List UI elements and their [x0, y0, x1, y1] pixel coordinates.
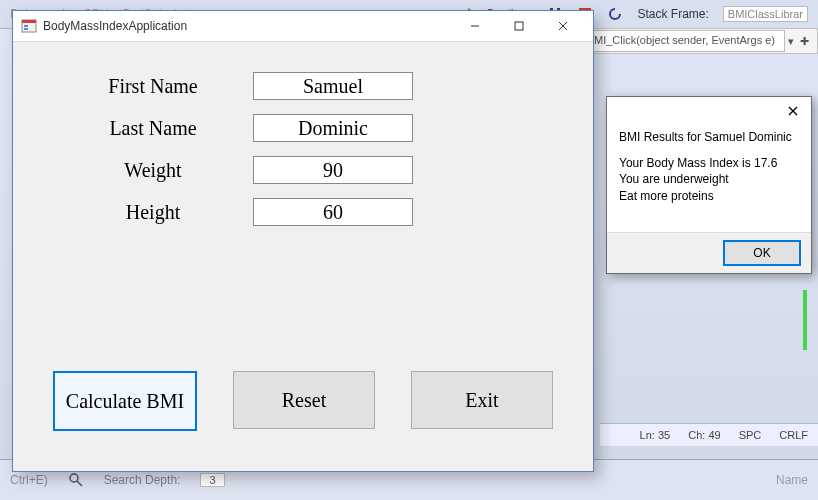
exit-label: Exit — [465, 389, 498, 412]
form-body: First Name Last Name Weight Height Calcu… — [13, 42, 593, 471]
row-height: Height — [53, 198, 553, 226]
titlebar[interactable]: BodyMassIndexApplication — [13, 11, 593, 42]
input-first-name[interactable] — [253, 72, 413, 100]
split-icon[interactable]: ✚ — [797, 35, 811, 48]
input-last-name[interactable] — [253, 114, 413, 142]
reset-label: Reset — [282, 389, 326, 412]
stack-frame-label: Stack Frame: — [637, 7, 708, 21]
status-ch: Ch: 49 — [688, 429, 720, 441]
row-weight: Weight — [53, 156, 553, 184]
editor-change-marker — [803, 290, 807, 350]
input-height[interactable] — [253, 198, 413, 226]
minimize-icon — [470, 21, 480, 31]
exit-button[interactable]: Exit — [411, 371, 553, 429]
messagebox-body: BMI Results for Samuel Dominic Your Body… — [607, 125, 811, 232]
stack-frame-combo[interactable]: BMIClassLibrar — [723, 6, 808, 22]
app-icon — [21, 18, 37, 34]
reset-button[interactable]: Reset — [233, 371, 375, 429]
messagebox-line4: Eat more proteins — [619, 188, 799, 204]
label-last-name: Last Name — [53, 117, 253, 140]
close-icon — [558, 21, 568, 31]
search-icon[interactable] — [68, 472, 84, 488]
messagebox-footer: OK — [607, 232, 811, 273]
messagebox-titlebar[interactable] — [607, 97, 811, 125]
calculate-bmi-label: Calculate BMI — [66, 390, 184, 412]
label-weight: Weight — [53, 159, 253, 182]
messagebox-close-button[interactable] — [781, 101, 805, 121]
maximize-icon — [514, 21, 524, 31]
messagebox-ok-button[interactable]: OK — [723, 240, 801, 266]
column-name: Name — [776, 473, 808, 487]
input-weight[interactable] — [253, 156, 413, 184]
label-first-name: First Name — [53, 75, 253, 98]
svg-rect-8 — [24, 25, 28, 27]
editor-nav-bar: MI_Click(object sender, EventArgs e) ▾ ✚ — [580, 28, 818, 54]
close-icon — [788, 106, 798, 116]
shortcut-hint: Ctrl+E) — [10, 473, 48, 487]
status-spc: SPC — [739, 429, 762, 441]
svg-point-4 — [70, 474, 78, 482]
messagebox: BMI Results for Samuel Dominic Your Body… — [606, 96, 812, 274]
calculate-bmi-button[interactable]: Calculate BMI — [53, 371, 197, 431]
search-depth-value[interactable]: 3 — [200, 473, 224, 487]
messagebox-ok-label: OK — [753, 246, 770, 260]
editor-member-combo[interactable]: MI_Click(object sender, EventArgs e) — [587, 30, 785, 52]
restart-icon[interactable] — [607, 6, 623, 22]
window-title: BodyMassIndexApplication — [43, 19, 187, 33]
close-button[interactable] — [541, 12, 585, 40]
svg-rect-9 — [24, 28, 28, 30]
messagebox-line2: Your Body Mass Index is 17.6 — [619, 155, 799, 171]
row-last-name: Last Name — [53, 114, 553, 142]
messagebox-line3: You are underweight — [619, 171, 799, 187]
chevron-down-icon[interactable]: ▾ — [785, 35, 797, 48]
svg-rect-7 — [22, 20, 36, 23]
ide-statusbar: Ln: 35 Ch: 49 SPC CRLF — [600, 423, 818, 446]
label-height: Height — [53, 201, 253, 224]
messagebox-line1: BMI Results for Samuel Dominic — [619, 129, 799, 145]
minimize-button[interactable] — [453, 12, 497, 40]
search-depth-label: Search Depth: — [104, 473, 181, 487]
maximize-button[interactable] — [497, 12, 541, 40]
svg-rect-11 — [515, 22, 523, 30]
status-ln: Ln: 35 — [640, 429, 671, 441]
svg-line-5 — [77, 481, 82, 486]
button-row: Calculate BMI Reset Exit — [53, 371, 553, 431]
status-crlf: CRLF — [779, 429, 808, 441]
row-first-name: First Name — [53, 72, 553, 100]
bmi-application-window: BodyMassIndexApplication First Name Last… — [12, 10, 594, 472]
